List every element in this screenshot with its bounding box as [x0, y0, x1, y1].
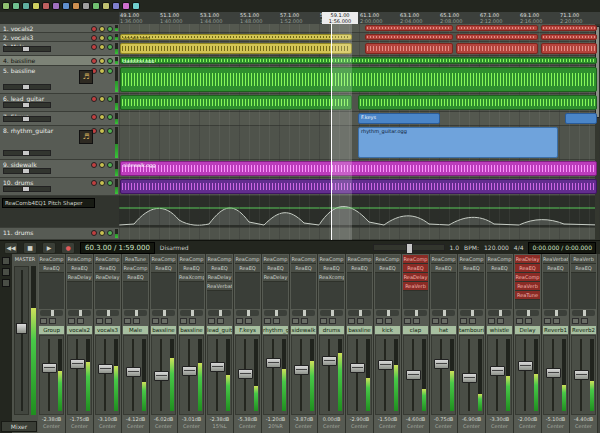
- mixer-strip[interactable]: ReaCompReaEQbassline-6.02dBCenter: [150, 254, 178, 433]
- fader-handle[interactable]: [350, 363, 365, 373]
- fx-slot[interactable]: ReaComp: [207, 255, 232, 264]
- solo-button[interactable]: [107, 114, 113, 120]
- mute-button[interactable]: [99, 96, 105, 102]
- bpm-value[interactable]: 120.000: [484, 244, 509, 251]
- record-arm-button[interactable]: [91, 35, 97, 41]
- solo-button[interactable]: [553, 318, 560, 324]
- arrange-row[interactable]: bassline.ogg: [119, 56, 600, 66]
- solo-button[interactable]: [107, 230, 113, 236]
- solo-button[interactable]: [105, 318, 112, 324]
- solo-button[interactable]: [107, 68, 113, 74]
- fx-slot[interactable]: ReaEQ: [39, 264, 64, 273]
- audio-clip[interactable]: [456, 34, 538, 40]
- solo-button[interactable]: [107, 26, 113, 32]
- track-panel-row[interactable]: 10. drums: [0, 178, 119, 196]
- mute-button[interactable]: [208, 318, 215, 324]
- fader-handle[interactable]: [490, 366, 505, 376]
- solo-button[interactable]: [161, 318, 168, 324]
- arrange-row[interactable]: rhythm_guitar.ogg: [119, 126, 600, 160]
- arrange-row[interactable]: [119, 24, 600, 33]
- ruler-label[interactable]: 61.1.002:00.000: [360, 12, 382, 24]
- ruler-label[interactable]: 69.1.002:16.000: [520, 12, 542, 24]
- mute-button[interactable]: [68, 318, 75, 324]
- track-panel-row[interactable]: 7. F.keys: [0, 112, 119, 126]
- mixer-strip[interactable]: ReaCompReaEQsidewalk-3.87dBCenter: [290, 254, 318, 433]
- fx-slot[interactable]: ReaComp: [319, 255, 344, 264]
- fx-slot[interactable]: ReaEQ: [151, 264, 176, 273]
- audio-clip[interactable]: [565, 113, 597, 124]
- solo-button[interactable]: [301, 318, 308, 324]
- solo-button[interactable]: [107, 162, 113, 168]
- ruler-label[interactable]: 65.1.002:08.000: [440, 12, 462, 24]
- solo-button[interactable]: [329, 318, 336, 324]
- master-fader-handle[interactable]: [16, 323, 27, 334]
- fader-handle[interactable]: [238, 369, 253, 379]
- pan-slider[interactable]: [544, 310, 567, 316]
- record-arm-button[interactable]: [91, 162, 97, 168]
- pan-slider[interactable]: [348, 310, 371, 316]
- track-volume-handle[interactable]: [22, 84, 30, 90]
- mute-button[interactable]: [320, 318, 327, 324]
- mixer-strip[interactable]: ReaCompReaEQhat-0.75dBCenter: [430, 254, 458, 433]
- fader-handle[interactable]: [406, 370, 421, 380]
- fader-handle[interactable]: [322, 356, 337, 366]
- solo-button[interactable]: [385, 318, 392, 324]
- mixer-strip[interactable]: ReaVerbateReaEQReverb1-5.10dBCenter: [542, 254, 570, 433]
- open-project-icon[interactable]: [22, 2, 30, 10]
- record-arm-button[interactable]: [91, 180, 97, 186]
- playrate-handle[interactable]: [406, 243, 413, 254]
- record-arm-button[interactable]: [91, 96, 97, 102]
- mute-button[interactable]: [99, 68, 105, 74]
- solo-button[interactable]: [107, 128, 113, 134]
- mixer-strip[interactable]: ReaCompReaEQReaXcompbassline-3.01dBCente…: [178, 254, 206, 433]
- fx-slot[interactable]: ReaEQ: [319, 264, 344, 273]
- mute-button[interactable]: [99, 26, 105, 32]
- mute-button[interactable]: [376, 318, 383, 324]
- fader-handle[interactable]: [126, 367, 141, 377]
- mixer-tab[interactable]: Mixer: [1, 421, 37, 432]
- fader-handle[interactable]: [182, 366, 197, 376]
- arrange-row[interactable]: [119, 94, 600, 112]
- fx-slot[interactable]: ReaEQ: [95, 264, 120, 273]
- audio-clip[interactable]: [365, 34, 453, 40]
- pan-slider[interactable]: [208, 310, 231, 316]
- track-panel-row[interactable]: 2. vocals3: [0, 33, 119, 42]
- mixer-strip[interactable]: ReaCompReaEQbassline-2.90dBCenter: [346, 254, 374, 433]
- solo-button[interactable]: [217, 318, 224, 324]
- mute-button[interactable]: [572, 318, 579, 324]
- stop-button[interactable]: ■: [23, 242, 37, 254]
- item-properties-icon[interactable]: [62, 2, 70, 10]
- solo-button[interactable]: [413, 318, 420, 324]
- solo-button[interactable]: [107, 180, 113, 186]
- fx-slot[interactable]: ReaEQ: [347, 264, 372, 273]
- mixer-icon[interactable]: [132, 2, 140, 10]
- fx-slot[interactable]: ReaEQ: [123, 273, 148, 282]
- fx-slot[interactable]: ReaVerbate: [543, 255, 568, 264]
- ruler-label[interactable]: 49.1.001:36.000: [120, 12, 142, 24]
- solo-button[interactable]: [107, 96, 113, 102]
- solo-button[interactable]: [581, 318, 588, 324]
- crossfade-icon[interactable]: [72, 2, 80, 10]
- arrange[interactable]: vocals.oggbassline.oggF.keysrhythm_guita…: [119, 24, 600, 240]
- new-project-icon[interactable]: [12, 2, 20, 10]
- pan-slider[interactable]: [488, 310, 511, 316]
- track-volume-slider[interactable]: [3, 150, 51, 156]
- solo-button[interactable]: [497, 318, 504, 324]
- track-volume-handle[interactable]: [22, 102, 30, 108]
- mute-button[interactable]: [488, 318, 495, 324]
- mixer-strip[interactable]: ReaCompReaEQReaDelayvocals2-1.75dBCenter: [66, 254, 94, 433]
- ruler-label[interactable]: 53.1.001:44.000: [200, 12, 222, 24]
- solo-button[interactable]: [107, 58, 113, 64]
- solo-button[interactable]: [469, 318, 476, 324]
- mute-button[interactable]: [99, 114, 105, 120]
- fader-handle[interactable]: [42, 363, 57, 373]
- audio-clip[interactable]: rhythm_guitar.ogg: [358, 127, 558, 158]
- mute-button[interactable]: [99, 58, 105, 64]
- mixer-strip[interactable]: ReaTuneReaCompReaEQMale-4.12dBCenter: [122, 254, 150, 433]
- fader-handle[interactable]: [546, 368, 561, 378]
- record-arm-button[interactable]: [91, 58, 97, 64]
- fader-handle[interactable]: [98, 364, 113, 374]
- fx-slot[interactable]: ReaVerbate: [207, 282, 232, 291]
- audio-clip[interactable]: [120, 43, 352, 54]
- mute-button[interactable]: [460, 318, 467, 324]
